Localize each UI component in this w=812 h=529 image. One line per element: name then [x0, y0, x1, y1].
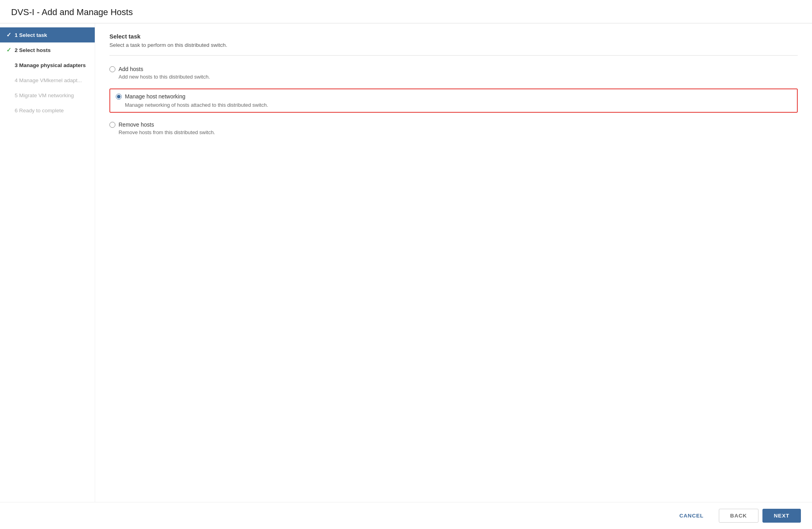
dialog-header: DVS-I - Add and Manage Hosts: [0, 0, 812, 23]
sidebar-item-step5: ✓ 5 Migrate VM networking: [0, 88, 95, 103]
dialog: DVS-I - Add and Manage Hosts ✓ 1 Select …: [0, 0, 812, 529]
section-title: Select task: [109, 33, 798, 40]
radio-add-hosts[interactable]: [109, 66, 115, 72]
option-remove-hosts-label[interactable]: Remove hosts: [109, 121, 798, 128]
sidebar-step3-label: 3 Manage physical adapters: [15, 62, 88, 68]
option-remove-hosts-text: Remove hosts: [119, 121, 154, 128]
sidebar-item-step1[interactable]: ✓ 1 Select task: [0, 27, 95, 42]
section-description: Select a task to perform on this distrib…: [109, 42, 798, 48]
sidebar-item-step3[interactable]: ✓ 3 Manage physical adapters: [0, 58, 95, 73]
section-divider: [109, 55, 798, 56]
dialog-footer: CANCEL BACK NEXT: [0, 502, 812, 529]
dialog-title: DVS-I - Add and Manage Hosts: [11, 7, 801, 17]
radio-manage-host-networking[interactable]: [116, 94, 122, 100]
back-button[interactable]: BACK: [719, 509, 758, 523]
dialog-body: ✓ 1 Select task ✓ 2 Select hosts ✓ 3 Man…: [0, 23, 812, 502]
sidebar-item-step6: ✓ 6 Ready to complete: [0, 103, 95, 118]
option-manage-host-networking-label[interactable]: Manage host networking: [116, 93, 791, 100]
option-add-hosts-desc: Add new hosts to this distributed switch…: [119, 74, 798, 80]
option-manage-host-networking-desc: Manage networking of hosts attached to t…: [125, 102, 791, 108]
main-content: Select task Select a task to perform on …: [95, 23, 812, 502]
option-add-hosts: Add hosts Add new hosts to this distribu…: [109, 64, 798, 81]
sidebar: ✓ 1 Select task ✓ 2 Select hosts ✓ 3 Man…: [0, 23, 95, 502]
radio-remove-hosts[interactable]: [109, 122, 115, 128]
checkmark-icon-step1: ✓: [6, 31, 11, 38]
cancel-button[interactable]: CANCEL: [668, 509, 715, 522]
option-add-hosts-text: Add hosts: [119, 66, 143, 72]
option-add-hosts-label[interactable]: Add hosts: [109, 66, 798, 72]
sidebar-step2-label: 2 Select hosts: [15, 47, 88, 53]
checkmark-icon-step2: ✓: [6, 46, 11, 54]
sidebar-step6-label: 6 Ready to complete: [15, 108, 88, 113]
option-manage-host-networking: Manage host networking Manage networking…: [109, 88, 798, 113]
sidebar-item-step2[interactable]: ✓ 2 Select hosts: [0, 42, 95, 58]
sidebar-step4-label: 4 Manage VMkernel adapt...: [15, 77, 88, 83]
next-button[interactable]: NEXT: [762, 509, 801, 523]
option-manage-host-networking-text: Manage host networking: [125, 93, 186, 100]
sidebar-item-step4: ✓ 4 Manage VMkernel adapt...: [0, 73, 95, 88]
sidebar-step5-label: 5 Migrate VM networking: [15, 92, 88, 98]
option-remove-hosts: Remove hosts Remove hosts from this dist…: [109, 120, 798, 137]
sidebar-step1-label: 1 Select task: [15, 32, 88, 38]
option-remove-hosts-desc: Remove hosts from this distributed switc…: [119, 129, 798, 135]
